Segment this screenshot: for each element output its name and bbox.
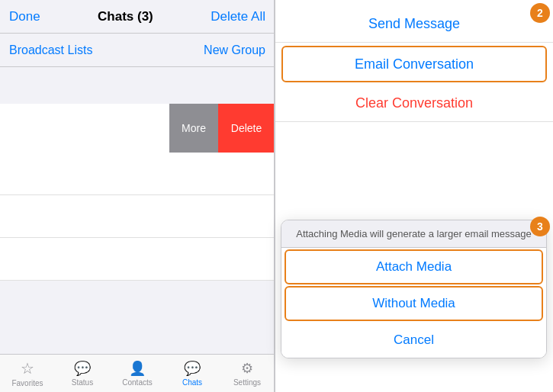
step-2-circle: 2 [530,3,550,23]
step-3-circle: 3 [530,217,550,236]
status-icon: 💬 [74,360,91,377]
email-conversation-button[interactable]: Email Conversation [281,46,547,82]
done-button[interactable]: Done [9,9,40,24]
swipe-actions: More Delete [169,104,275,153]
chat-row-wrapper: 14-9-2 › More Delete [0,104,275,153]
more-button[interactable]: More [169,104,218,153]
status-label: Status [72,378,93,387]
sub-bar: Broadcast Lists New Group [0,34,275,67]
chats-title: Chats (3) [98,9,153,24]
cancel-button[interactable]: Cancel [281,323,546,358]
tab-favorites[interactable]: ☆ Favorites [0,359,55,387]
top-bar: Done Chats (3) Delete All [0,0,275,34]
contacts-label: Contacts [122,378,152,387]
settings-icon: ⚙ [241,360,253,377]
tab-bar: ☆ Favorites 💬 Status 👤 Contacts 💬 Chats … [0,354,275,392]
dialog-header: Attaching Media will generate a larger e… [281,220,546,248]
chats-icon: 💬 [184,360,201,377]
chat-row[interactable]: 14-9-2 › [0,104,183,153]
chats-label: Chats [182,378,202,387]
chat-row-label: 14-9-2 [0,122,169,135]
clear-conversation-button[interactable]: Clear Conversation [275,85,553,122]
favorites-icon: ☆ [21,359,34,378]
empty-row-2 [0,195,275,238]
attach-media-button[interactable]: Attach Media [285,249,543,284]
empty-row-3 [0,238,275,281]
delete-all-button[interactable]: Delete All [211,9,265,24]
left-panel: Done Chats (3) Delete All Broadcast List… [0,0,275,392]
tab-chats[interactable]: 💬 Chats [165,360,220,387]
dialog-sheet: Attaching Media will generate a larger e… [281,220,547,358]
send-message-button[interactable]: Send Message [275,6,553,43]
tab-contacts[interactable]: 👤 Contacts [110,360,165,387]
without-media-button[interactable]: Without Media [285,286,543,321]
chat-list: 1 14-9-2 › More Delete [0,67,275,392]
favorites-label: Favorites [11,379,43,387]
empty-row-1 [0,153,275,195]
new-group-link[interactable]: New Group [204,43,265,57]
contacts-icon: 👤 [129,360,146,377]
tab-settings[interactable]: ⚙ Settings [220,360,275,387]
broadcast-lists-link[interactable]: Broadcast Lists [9,43,92,57]
delete-button[interactable]: Delete [218,104,275,153]
settings-label: Settings [233,378,261,387]
tab-status[interactable]: 💬 Status [55,360,110,387]
